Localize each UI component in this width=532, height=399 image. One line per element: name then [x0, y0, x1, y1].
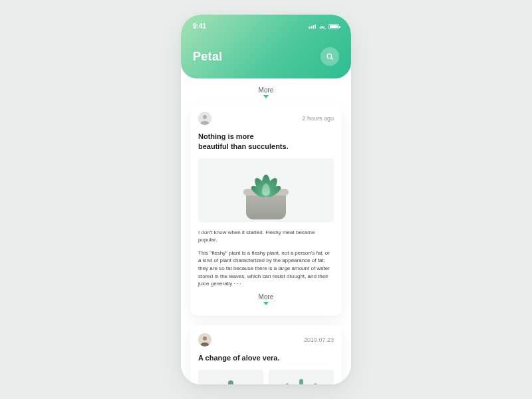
post-paragraph: I don't know when it started. Fleshy mea… — [198, 229, 334, 244]
more-label: More — [181, 86, 351, 94]
svg-point-3 — [203, 115, 207, 119]
more-label: More — [198, 293, 334, 301]
caret-down-icon — [263, 95, 269, 98]
post-card[interactable]: 2 hours ago Nothing is more beautiful th… — [190, 104, 342, 316]
post-paragraph: This "fleshy" plant is a fleshy plant, n… — [198, 249, 334, 288]
status-time: 9:41 — [193, 23, 206, 30]
post-card[interactable]: 2019.07.23 A change of alove vera. — [190, 325, 342, 384]
app-title: Petal — [193, 50, 223, 64]
status-indicators — [309, 24, 339, 29]
feed-scroll[interactable]: More 2 hours ago Nothing is more beautif… — [181, 78, 351, 384]
post-image-row — [198, 370, 334, 384]
svg-line-1 — [331, 58, 333, 60]
battery-icon — [329, 24, 339, 29]
signal-icon — [309, 25, 316, 29]
search-icon — [326, 53, 334, 61]
caret-down-icon — [263, 302, 269, 305]
expand-post[interactable]: More — [198, 293, 334, 305]
post-thumb — [269, 370, 334, 384]
post-title: A change of alove vera. — [198, 353, 334, 363]
post-timestamp: 2019.07.23 — [304, 336, 334, 343]
load-previous[interactable]: More — [181, 86, 351, 98]
post-hero-image — [198, 158, 334, 222]
post-timestamp: 2 hours ago — [302, 115, 334, 122]
status-bar: 9:41 — [193, 21, 339, 30]
post-thumb — [198, 370, 263, 384]
app-header: 9:41 Petal — [181, 15, 351, 78]
svg-point-0 — [327, 54, 332, 59]
post-title: Nothing is more beautiful than succulent… — [198, 132, 334, 152]
post-body: I don't know when it started. Fleshy mea… — [198, 229, 334, 288]
svg-point-5 — [203, 336, 207, 340]
phone-frame: 9:41 Petal More — [181, 15, 351, 384]
search-button[interactable] — [321, 47, 339, 66]
wifi-icon — [319, 24, 326, 29]
avatar[interactable] — [198, 333, 211, 346]
avatar[interactable] — [198, 112, 211, 125]
